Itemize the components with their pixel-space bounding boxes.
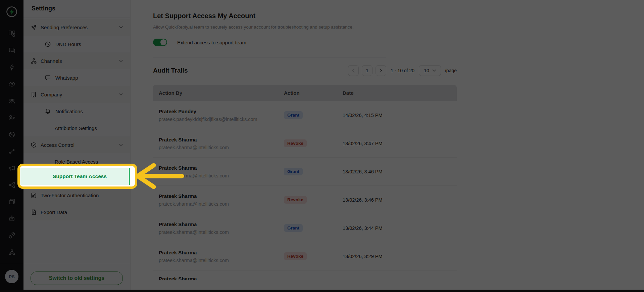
annotation-arrow-icon [135,161,184,192]
highlighted-item-label: Support Team Access [53,173,107,179]
tour-dim-overlay [0,0,644,292]
tour-highlight-box: Support Team Access [17,164,137,189]
window-bottom-edge [0,290,644,292]
sidebar-item-support-team-access-highlighted[interactable]: Support Team Access [20,168,130,185]
